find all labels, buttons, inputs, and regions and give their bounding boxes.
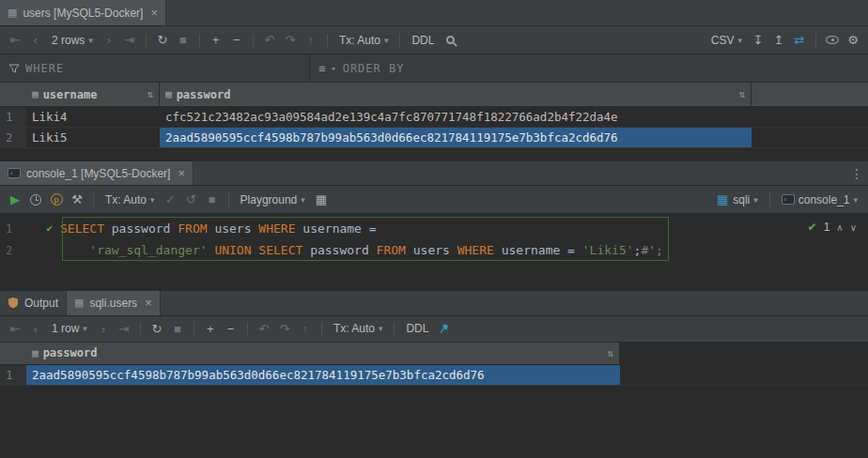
- pin-tab-icon[interactable]: [435, 319, 454, 338]
- delete-row-icon[interactable]: −: [227, 31, 246, 50]
- tx-mode-dropdown[interactable]: Tx: Auto ▾: [329, 319, 388, 338]
- tx-mode-dropdown[interactable]: Tx: Auto ▾: [334, 31, 394, 50]
- page-size-label: 1 row: [52, 322, 79, 335]
- sort-lines-icon: ≡: [318, 62, 325, 75]
- sql-code-line[interactable]: 'raw_sql_danger' UNION SELECT password F…: [60, 243, 663, 257]
- reload-icon[interactable]: ↻: [153, 31, 172, 50]
- close-icon[interactable]: ×: [145, 296, 152, 310]
- add-row-icon[interactable]: +: [207, 31, 225, 50]
- grid-filter-row: WHERE ≡▾ ORDER BY: [0, 54, 868, 83]
- export-data-icon[interactable]: ↧: [749, 31, 767, 50]
- more-options-icon[interactable]: ⋮: [845, 161, 868, 185]
- line-number: 2: [6, 244, 12, 257]
- tab-console[interactable]: › console_1 [MySQL5-Docker] ×: [0, 161, 194, 185]
- separator: [321, 322, 322, 335]
- page-size-dropdown[interactable]: 2 rows ▾: [47, 31, 98, 50]
- close-icon[interactable]: ×: [150, 6, 158, 20]
- editor-line[interactable]: 1 ✔ SELECT password FROM users WHERE use…: [0, 218, 868, 239]
- where-filter-input[interactable]: WHERE: [0, 54, 310, 82]
- export-format-label: CSV: [711, 34, 735, 47]
- sql-code-line[interactable]: SELECT password FROM users WHERE usernam…: [60, 221, 377, 236]
- settings-gear-icon[interactable]: ⚙: [844, 31, 862, 50]
- view-as-table-icon[interactable]: ▦: [312, 191, 331, 209]
- grid-toolbar-right: CSV ▾ ↧ ↥ ⇄ ⚙: [706, 31, 862, 50]
- tab-console-label: console_1 [MySQL5-Docker]: [26, 167, 170, 180]
- redo-icon[interactable]: ↷: [281, 31, 300, 50]
- tx-mode-label: Tx: Auto: [105, 193, 147, 206]
- close-icon[interactable]: ×: [178, 166, 185, 180]
- column-header-username[interactable]: ▦ username ⇅: [26, 83, 160, 106]
- submit-icon[interactable]: ↑: [302, 31, 320, 50]
- next-page-icon[interactable]: ›: [100, 31, 118, 50]
- chevron-down-icon: ▾: [331, 64, 336, 73]
- console-session-dropdown[interactable]: › console_1 ▾: [777, 191, 862, 209]
- editor-gutter: 2: [0, 244, 60, 257]
- tab-users-grid[interactable]: ▦ users [MySQL5-Docker] ×: [0, 0, 166, 25]
- row-number: 1: [0, 365, 26, 385]
- separator: [199, 34, 200, 47]
- revert-icon[interactable]: ↶: [255, 319, 273, 338]
- compare-icon[interactable]: ⇄: [790, 31, 809, 50]
- reload-icon[interactable]: ↻: [147, 319, 166, 338]
- last-row-icon[interactable]: ⇥: [115, 319, 133, 338]
- revert-icon[interactable]: ↶: [260, 31, 279, 50]
- sql-token: [60, 243, 89, 257]
- next-page-icon[interactable]: ›: [94, 319, 113, 338]
- playground-mode-dropdown[interactable]: Playground ▾: [236, 191, 310, 209]
- table-row[interactable]: 1 2aad5890595ccf4598b787b99ab563d0d66ec8…: [0, 365, 868, 386]
- view-options-icon[interactable]: [823, 31, 842, 50]
- schema-dropdown[interactable]: ▦ sqli ▾: [711, 191, 763, 209]
- previous-result-icon[interactable]: ∧: [836, 222, 843, 233]
- first-row-icon[interactable]: ⇤: [6, 31, 24, 50]
- import-data-icon[interactable]: ↥: [769, 31, 788, 50]
- tab-result-grid[interactable]: ▦ sqli.users ×: [67, 291, 161, 315]
- console-tabbar: › console_1 [MySQL5-Docker] × ⋮: [0, 161, 868, 186]
- parameters-icon[interactable]: p: [47, 191, 66, 209]
- sql-editor[interactable]: 1 ✔ SELECT password FROM users WHERE use…: [0, 214, 868, 291]
- delete-row-icon[interactable]: −: [222, 319, 240, 338]
- tab-users-label: users [MySQL5-Docker]: [23, 7, 143, 20]
- ddl-button[interactable]: DDL: [401, 319, 433, 338]
- tab-output[interactable]: Output: [0, 291, 67, 315]
- sort-icon[interactable]: ⇅: [147, 88, 153, 100]
- result-empty-space: [0, 386, 868, 458]
- page-size-dropdown[interactable]: 1 row ▾: [47, 319, 92, 338]
- rollback-icon[interactable]: ↺: [182, 191, 201, 209]
- next-result-icon[interactable]: ∨: [850, 222, 857, 233]
- cell-username[interactable]: Liki4: [26, 107, 160, 127]
- tab-output-label: Output: [24, 297, 58, 310]
- submit-icon[interactable]: ↑: [296, 319, 315, 338]
- tx-mode-dropdown[interactable]: Tx: Auto ▾: [101, 191, 160, 209]
- users-grid-header: ▦ username ⇅ ▦ password ⇅: [0, 83, 868, 107]
- commit-icon[interactable]: ✓: [162, 191, 180, 209]
- cell-password-selected[interactable]: 2aad5890595ccf4598b787b99ab563d0d66ec821…: [26, 365, 620, 385]
- previous-page-icon[interactable]: ‹: [26, 31, 45, 50]
- separator: [140, 322, 141, 335]
- table-row[interactable]: 2 Liki5 2aad5890595ccf4598b787b99ab563d0…: [0, 128, 868, 148]
- cell-username[interactable]: Liki5: [26, 128, 160, 147]
- stop-icon[interactable]: ■: [174, 31, 193, 50]
- sort-icon[interactable]: ⇅: [738, 88, 745, 100]
- last-row-icon[interactable]: ⇥: [120, 31, 139, 50]
- export-format-dropdown[interactable]: CSV ▾: [706, 31, 747, 50]
- ddl-button[interactable]: DDL: [407, 31, 439, 50]
- first-row-icon[interactable]: ⇤: [6, 319, 24, 338]
- table-row[interactable]: 1 Liki4 cfc521c23482ac93a09584ad2e139c4a…: [0, 107, 868, 128]
- column-header-password[interactable]: ▦ password ⇅: [26, 343, 620, 364]
- sort-icon[interactable]: ⇅: [607, 347, 613, 359]
- history-icon[interactable]: [26, 191, 45, 209]
- stop-icon[interactable]: ■: [203, 191, 222, 209]
- previous-page-icon[interactable]: ‹: [26, 319, 45, 338]
- column-header-password[interactable]: ▦ password ⇅: [160, 83, 752, 106]
- search-icon[interactable]: [441, 31, 459, 50]
- orderby-filter-input[interactable]: ≡▾ ORDER BY: [310, 54, 868, 82]
- stop-icon[interactable]: ■: [168, 319, 187, 338]
- cell-password[interactable]: cfc521c23482ac93a09584ad2e139c4a7fc87077…: [160, 107, 752, 127]
- redo-icon[interactable]: ↷: [275, 319, 294, 338]
- editor-line[interactable]: 2 'raw_sql_danger' UNION SELECT password…: [0, 239, 868, 261]
- add-row-icon[interactable]: +: [201, 319, 220, 338]
- run-icon[interactable]: ▶: [6, 191, 24, 209]
- change-settings-icon[interactable]: ⚒: [68, 191, 86, 209]
- pin-glyph: [439, 323, 450, 334]
- cell-password-selected[interactable]: 2aad5890595ccf4598b787b99ab563d0d66ec821…: [160, 128, 752, 147]
